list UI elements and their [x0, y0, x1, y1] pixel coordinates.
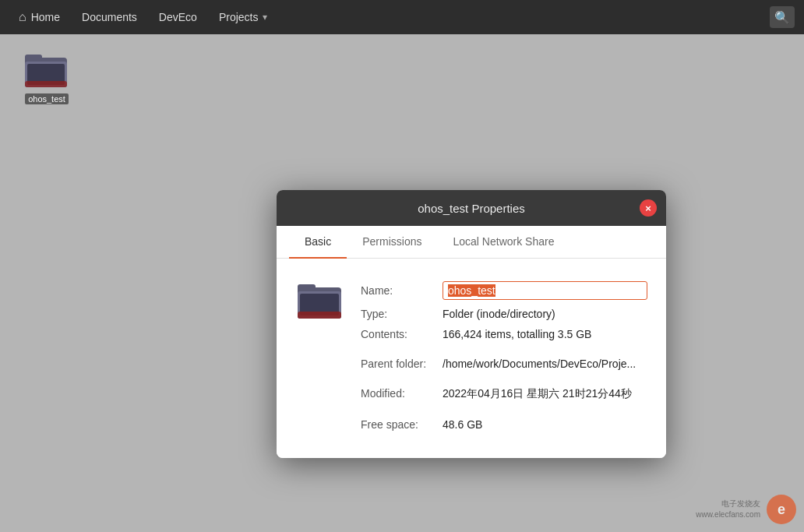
name-input[interactable] [443, 281, 647, 300]
content-row: Name: Type: Folder (inode/directory) Con… [295, 277, 647, 435]
separator-3 [361, 405, 647, 414]
freespace-label: Free space: [361, 418, 443, 431]
tab-permissions[interactable]: Permissions [347, 226, 437, 259]
search-icon: 🔍 [774, 10, 790, 25]
separator-2 [361, 374, 647, 383]
contents-label: Contents: [361, 328, 443, 340]
tab-basic[interactable]: Basic [289, 226, 347, 259]
close-button[interactable]: × [640, 199, 657, 217]
watermark-logo: e [767, 495, 796, 524]
name-row: Name: [361, 277, 647, 304]
name-label: Name: [361, 284, 443, 297]
freespace-row: Free space: 48.6 GB [361, 414, 647, 435]
contents-value: 166,424 items, totalling 3.5 GB [443, 328, 647, 340]
dialog-title: ohos_test Properties [418, 202, 525, 215]
parent-value: /home/work/Documents/DevEco/Proje... [443, 358, 647, 370]
modified-value: 2022年04月16日 星期六 21时21分44秒 [443, 387, 647, 401]
parent-label: Parent folder: [361, 358, 443, 370]
dialog-body: Name: Type: Folder (inode/directory) Con… [277, 259, 666, 458]
dialog-tabs: Basic Permissions Local Network Share [277, 226, 666, 259]
freespace-value: 48.6 GB [443, 418, 647, 431]
separator-1 [361, 344, 647, 354]
properties-dialog: ohos_test Properties × Basic Permissions… [277, 190, 666, 458]
svg-rect-9 [298, 312, 341, 319]
nav-home[interactable]: ⌂ Home [9, 5, 69, 29]
nav-documents-label: Documents [82, 11, 137, 23]
parent-row: Parent folder: /home/work/Documents/DevE… [361, 354, 647, 374]
search-button[interactable]: 🔍 [770, 6, 795, 28]
dialog-overlay: ohos_test Properties × Basic Permissions… [0, 34, 804, 532]
nav-projects-label: Projects [219, 11, 259, 23]
nav-deveco-label: DevEco [159, 11, 197, 23]
type-value: Folder (inode/directory) [443, 308, 647, 320]
dialog-titlebar: ohos_test Properties × [277, 190, 666, 226]
tab-local-network-share[interactable]: Local Network Share [437, 226, 570, 259]
type-row: Type: Folder (inode/directory) [361, 304, 647, 324]
modified-row: Modified: 2022年04月16日 星期六 21时21分44秒 [361, 383, 647, 405]
home-icon: ⌂ [19, 10, 26, 24]
watermark: 电子发烧友www.elecfans.com e [696, 495, 796, 524]
nav-home-label: Home [31, 11, 60, 23]
nav-deveco[interactable]: DevEco [150, 6, 206, 28]
watermark-text: 电子发烧友www.elecfans.com [696, 499, 760, 520]
type-label: Type: [361, 308, 443, 320]
folder-thumbnail [295, 277, 345, 324]
contents-row: Contents: 166,424 items, totalling 3.5 G… [361, 324, 647, 344]
nav-documents[interactable]: Documents [72, 6, 146, 28]
properties-grid: Name: Type: Folder (inode/directory) Con… [361, 277, 647, 435]
topbar: ⌂ Home Documents DevEco Projects ▾ 🔍 [0, 0, 804, 34]
nav-projects[interactable]: Projects ▾ [210, 6, 277, 28]
modified-label: Modified: [361, 387, 443, 400]
chevron-down-icon: ▾ [263, 12, 267, 23]
desktop: ohos_test ohos_test Properties × Basic P… [0, 34, 804, 532]
